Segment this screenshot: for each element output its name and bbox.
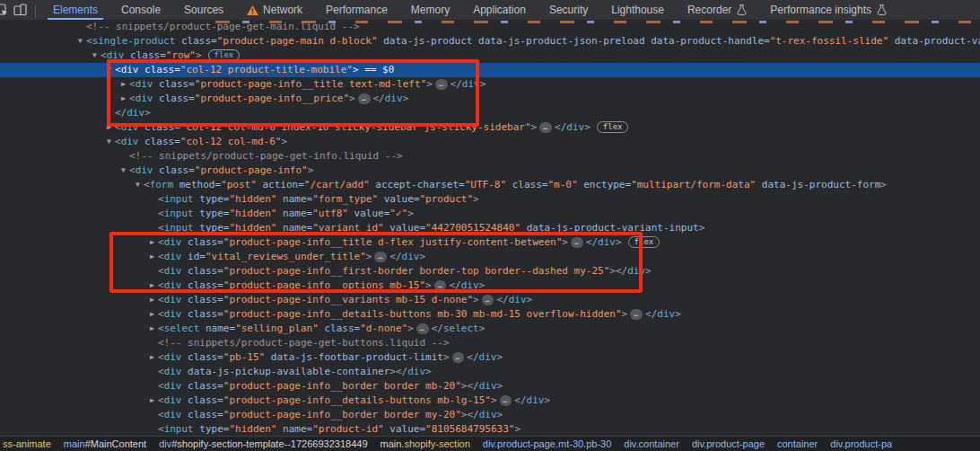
inspect-element-icon[interactable] <box>0 0 10 20</box>
dom-tree-row[interactable]: ▶<div class="product-page-info__details-… <box>0 307 980 322</box>
expand-arrow-right-icon[interactable]: ▶ <box>146 322 158 336</box>
flex-badge[interactable]: flex <box>597 121 629 133</box>
expand-arrow-right-icon[interactable]: ▶ <box>146 350 158 365</box>
dom-tree-row[interactable]: <!-- snippets/product-page-get-buttons.l… <box>0 336 980 350</box>
syntax-p: </ <box>449 279 460 291</box>
expand-ellipsis-button[interactable]: … <box>482 295 494 305</box>
dom-tree-row[interactable]: ▶<div class="product-page-info__title te… <box>0 77 980 92</box>
expand-arrow-right-icon[interactable]: ▶ <box>146 279 158 293</box>
syntax-p: < <box>115 136 121 147</box>
expand-arrow-down-icon[interactable]: ▼ <box>103 135 115 149</box>
dom-tree-row[interactable]: <input type="hidden" name="product-id" v… <box>0 422 980 437</box>
tab-performance-insights[interactable]: Performance insights <box>758 0 898 20</box>
dom-tree-row[interactable]: </div> <box>0 106 980 120</box>
tab-network[interactable]: Network <box>235 0 314 20</box>
breadcrumb-item[interactable]: div.product-page <box>692 438 765 449</box>
tab-security[interactable]: Security <box>538 0 599 20</box>
expand-ellipsis-button[interactable]: … <box>358 93 371 104</box>
expand-arrow-right-icon[interactable]: ▶ <box>146 250 158 264</box>
expand-ellipsis-button[interactable]: … <box>434 280 447 291</box>
expand-arrow-down-icon[interactable]: ▼ <box>74 34 86 49</box>
syntax-t: div <box>121 136 139 147</box>
syntax-v: "col-12 col-md-6 index-10 sticky-sidebar… <box>180 121 531 133</box>
tab-sources[interactable]: Sources <box>172 0 235 20</box>
breadcrumb-item[interactable]: main.shopify-section <box>381 438 470 449</box>
tab-lighthouse[interactable]: Lighthouse <box>599 0 676 20</box>
breadcrumb-item[interactable]: main#MainContent <box>64 438 146 449</box>
syntax-p: > <box>479 279 486 291</box>
syntax-n: data-js-footbar-product-limit <box>265 351 443 363</box>
dom-tree-row[interactable]: ▶<div class="product-page-info__price">…… <box>0 92 980 106</box>
dom-tree-row[interactable]: <!-- snippets/product-page-get-info.liqu… <box>0 149 980 164</box>
expand-ellipsis-button[interactable]: … <box>500 395 512 406</box>
dom-tree-row[interactable]: ▶<div id="vital_reviews_under_title">…</… <box>0 250 980 264</box>
breadcrumb-item[interactable]: div.product-page.mt-30.pb-30 <box>483 438 612 449</box>
dom-tree-row[interactable]: ▼<form method="post" action="/cart/add" … <box>0 178 980 192</box>
dom-tree-row[interactable]: ▼<div class="product-page-info"> <box>0 164 980 178</box>
expand-arrow-down-icon[interactable]: ▼ <box>103 63 115 77</box>
dom-tree-row[interactable]: <div class="product-page-info__first-bor… <box>0 264 980 279</box>
dom-tree-row[interactable]: ▼<div class="row">flex <box>0 49 980 63</box>
expand-ellipsis-button[interactable]: … <box>630 309 643 320</box>
syntax-p: > <box>473 294 479 305</box>
tab-recorder[interactable]: Recorder <box>676 0 758 20</box>
dom-tree-row[interactable]: ▼<single-product class="product-page-mai… <box>0 34 980 49</box>
tab-elements[interactable]: Elements <box>41 0 109 20</box>
expand-arrow-right-icon[interactable]: ▶ <box>118 92 129 106</box>
dom-tree-row[interactable]: <input type="hidden" name="variant_id" v… <box>0 221 980 235</box>
dom-tree-row[interactable]: ▶<div class="col-12 col-md-6 index-10 st… <box>0 120 980 135</box>
dom-tree-row[interactable]: ▶<div class="product-page-info__variants… <box>0 293 980 307</box>
flex-badge[interactable]: flex <box>628 236 661 248</box>
dom-tree-row[interactable]: <div data-js-pickup-available-container>… <box>0 365 980 379</box>
syntax-p: > <box>281 136 287 147</box>
expand-arrow-down-icon[interactable]: ▼ <box>118 164 129 178</box>
syntax-p: < <box>158 366 164 377</box>
dom-tree-row[interactable]: ▶<div class="product-page-info__title d-… <box>0 235 980 250</box>
breadcrumb-item[interactable]: container <box>777 438 818 449</box>
tab-application[interactable]: Application <box>461 0 538 20</box>
dom-tree-row[interactable]: ▶<select name="selling_plan" class="d-no… <box>0 322 980 336</box>
dom-tree-row[interactable]: ▶<div class="product-page-info__details-… <box>0 394 980 408</box>
syntax-p: > <box>880 179 887 190</box>
syntax-n: data-js-product-variant-input <box>521 222 699 234</box>
dom-tree-row-selected[interactable]: ▼<div class="col-12 product-title-mobile… <box>0 63 980 77</box>
tab-performance[interactable]: Performance <box>314 0 399 20</box>
syntax-t: select <box>443 323 479 334</box>
syntax-n: name= <box>276 222 312 234</box>
breadcrumb-item[interactable]: div#shopify-section-template--1726693231… <box>159 438 367 449</box>
syntax-v: "product-id" <box>312 423 383 435</box>
expand-ellipsis-button[interactable]: … <box>416 323 429 334</box>
breadcrumb-item[interactable]: div.product-pa <box>830 438 892 449</box>
expand-arrow-right-icon[interactable]: ▶ <box>146 394 158 408</box>
expand-arrow-right-icon[interactable]: ▶ <box>146 293 158 307</box>
syntax-t: div <box>402 251 420 262</box>
syntax-t: div <box>164 308 182 320</box>
expand-ellipsis-button[interactable]: … <box>435 79 448 90</box>
dom-tree-row[interactable]: ▼<div class="col-12 col-md-6"> <box>0 135 980 149</box>
expand-ellipsis-button[interactable]: … <box>452 352 465 363</box>
breadcrumb-item[interactable]: div.container <box>624 438 679 449</box>
dom-tree-row[interactable]: ▶<div class="pb-15" data-js-footbar-prod… <box>0 350 980 365</box>
expand-arrow-right-icon[interactable]: ▶ <box>103 120 115 135</box>
dom-tree-row[interactable]: <div class="product-page-info__border bo… <box>0 408 980 422</box>
dom-tree-row[interactable]: ▶<div class="product-page-info__options … <box>0 279 980 293</box>
syntax-t: div <box>385 93 403 104</box>
expand-ellipsis-button[interactable]: … <box>374 252 387 262</box>
dom-tree-row[interactable]: <input type="hidden" name="utf8" value="… <box>0 207 980 221</box>
flex-badge[interactable]: flex <box>208 49 241 61</box>
breadcrumb-item[interactable]: ss-animate <box>3 438 51 449</box>
dom-tree[interactable]: <!-- snippets/product-page-get-main.liqu… <box>0 20 980 437</box>
expand-arrow-down-icon[interactable]: ▼ <box>89 49 101 63</box>
expand-arrow-right-icon[interactable]: ▶ <box>118 77 129 92</box>
expand-arrow-right-icon[interactable]: ▶ <box>146 235 158 250</box>
device-toolbar-icon[interactable] <box>10 0 30 20</box>
tab-console[interactable]: Console <box>109 0 172 20</box>
dom-tree-row[interactable]: <div class="product-page-info__border bo… <box>0 379 980 394</box>
expand-arrow-down-icon[interactable]: ▼ <box>132 178 144 192</box>
syntax-t: div <box>164 394 182 406</box>
dom-tree-row[interactable]: <input type="hidden" name="form_type" va… <box>0 192 980 207</box>
expand-arrow-right-icon[interactable]: ▶ <box>146 307 158 322</box>
expand-ellipsis-button[interactable]: … <box>539 122 552 133</box>
expand-ellipsis-button[interactable]: … <box>571 237 583 248</box>
tab-memory[interactable]: Memory <box>399 0 461 20</box>
